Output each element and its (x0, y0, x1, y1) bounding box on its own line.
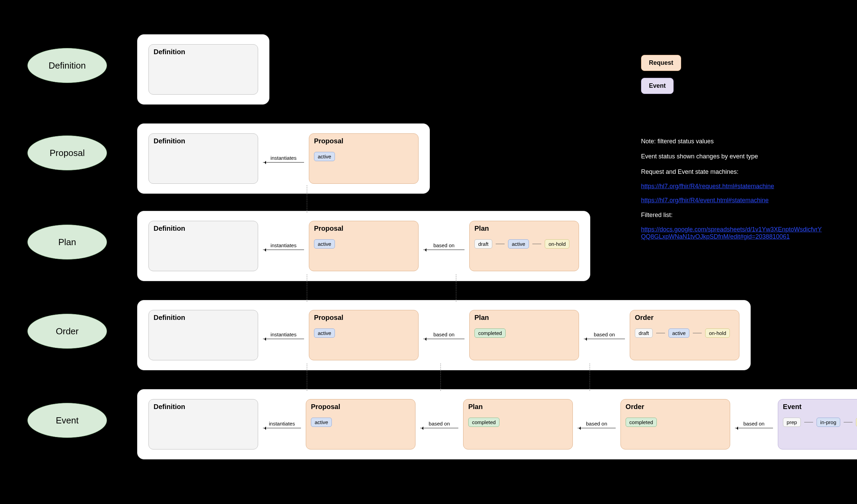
state-completed: completed (626, 418, 657, 427)
card-plan: Plan completed (469, 310, 579, 360)
card-plan: Plan completed (463, 399, 573, 449)
state-active: active (314, 239, 335, 249)
link-spreadsheet[interactable]: https://docs.google.com/spreadsheets/d/1… (641, 226, 823, 240)
state-draft: draft (635, 328, 653, 338)
note-filtered-list: Filtered list: (641, 211, 823, 219)
row-plan: Definition instantiates Proposal active … (137, 211, 590, 281)
dashed-connector (440, 363, 441, 391)
edge-based-on: based on (584, 332, 625, 339)
card-proposal: Proposal active (309, 310, 419, 360)
card-order: Order draft active on-hold (630, 310, 739, 360)
card-definition: Definition (148, 221, 258, 271)
edge-based-on: based on (735, 421, 773, 428)
card-proposal: Proposal active (309, 133, 419, 184)
edge-based-on: based on (420, 421, 458, 428)
card-title: Definition (154, 225, 253, 232)
state-completed: completed (468, 418, 499, 427)
state-on-hold: on-hold (705, 328, 730, 338)
state-active: active (314, 152, 335, 161)
card-order: Order completed (620, 399, 730, 449)
card-title: Proposal (311, 403, 410, 411)
card-title: Definition (154, 48, 253, 56)
row-order: Definition instantiates Proposal active … (137, 300, 751, 370)
card-title: Proposal (314, 225, 413, 232)
card-definition: Definition (148, 310, 258, 360)
dashed-connector (307, 185, 307, 213)
edge-based-on: based on (423, 242, 464, 250)
card-title: Plan (474, 314, 574, 322)
legend-request: Request (641, 55, 681, 71)
side-notes: Note: filtered status values Event statu… (641, 137, 823, 240)
state-arrow (693, 333, 702, 333)
link-request-statemachine[interactable]: https://hl7.org/fhir/R4/request.html#sta… (641, 183, 823, 190)
state-active: active (508, 239, 529, 249)
dashed-connector (307, 363, 307, 391)
legend-event: Event (641, 78, 674, 94)
edge-based-on: based on (578, 421, 616, 428)
card-title: Event (783, 403, 857, 411)
stage-label-proposal: Proposal (27, 135, 107, 170)
stage-label-plan: Plan (27, 225, 107, 260)
state-arrow (496, 244, 505, 244)
card-title: Order (635, 314, 734, 322)
dashed-connector (307, 274, 307, 302)
dashed-connector (456, 274, 456, 302)
stage-label-event: Event (27, 403, 107, 438)
card-title: Proposal (314, 314, 413, 322)
note-state-machines: Request and Event state machines: (641, 168, 823, 176)
card-event: Event prep in-prog on-hold completed (778, 399, 857, 449)
card-proposal: Proposal active (306, 399, 415, 449)
card-definition: Definition (148, 399, 258, 449)
state-in-prog: in-prog (817, 418, 840, 427)
dashed-connector (590, 363, 590, 391)
diagram-canvas: Definition Definition Proposal Definitio… (0, 0, 857, 504)
state-arrow (844, 422, 853, 422)
note-event-status: Event status shown changes by event type (641, 152, 823, 160)
state-active: active (314, 328, 335, 338)
legend: Request Event (641, 55, 681, 94)
state-arrow (656, 333, 665, 333)
edge-based-on: based on (423, 332, 464, 339)
card-proposal: Proposal active (309, 221, 419, 271)
state-on-hold: on-hold (856, 418, 857, 427)
edge-instantiates: instantiates (263, 421, 301, 428)
stage-label-order: Order (27, 314, 107, 349)
card-title: Definition (154, 314, 253, 322)
link-event-statemachine[interactable]: https://hl7.org/fhir/R4/event.html#state… (641, 197, 823, 204)
state-on-hold: on-hold (545, 239, 569, 249)
state-active: active (311, 418, 332, 427)
edge-instantiates: instantiates (263, 242, 304, 250)
stage-label-definition: Definition (27, 48, 107, 83)
card-title: Proposal (314, 137, 413, 145)
row-event: Definition instantiates Proposal active … (137, 389, 857, 459)
row-definition: Definition (137, 34, 269, 105)
state-arrow (804, 422, 813, 422)
card-title: Order (626, 403, 725, 411)
edge-instantiates: instantiates (263, 155, 304, 163)
card-plan: Plan draft active on-hold (469, 221, 579, 271)
card-definition: Definition (148, 44, 258, 95)
card-title: Definition (154, 137, 253, 145)
row-proposal: Definition instantiates Proposal active (137, 123, 430, 194)
card-title: Plan (468, 403, 568, 411)
edge-instantiates: instantiates (263, 332, 304, 339)
card-definition: Definition (148, 133, 258, 184)
card-title: Definition (154, 403, 253, 411)
note-filtered: Note: filtered status values (641, 137, 823, 145)
state-prep: prep (783, 418, 801, 427)
state-draft: draft (474, 239, 492, 249)
state-completed: completed (474, 328, 506, 338)
state-active: active (668, 328, 689, 338)
state-arrow (532, 244, 541, 244)
card-title: Plan (474, 225, 574, 232)
